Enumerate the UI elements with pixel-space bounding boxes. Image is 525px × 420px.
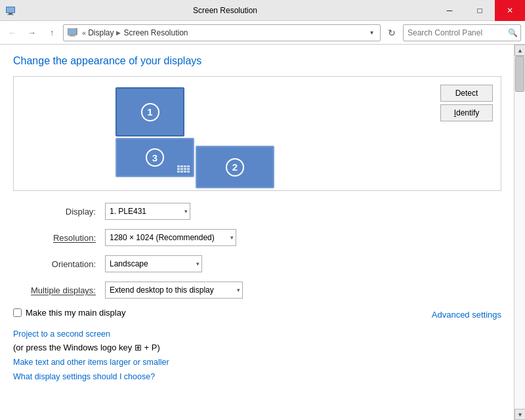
breadcrumb-sep: ▶ <box>116 30 121 36</box>
refresh-button[interactable]: ↻ <box>383 24 400 41</box>
monitor-1-number: 1 <box>141 103 159 121</box>
address-bar: ← → ↑ « Display ▶ Screen Resolution ▾ ↻ … <box>0 21 525 45</box>
monitor-3-number: 3 <box>146 148 164 167</box>
maximize-button[interactable]: □ <box>465 0 495 21</box>
svg-rect-7 <box>69 35 75 36</box>
display-settings-link-row: What display settings should I choose? <box>13 372 501 381</box>
detect-identify-buttons: Detect Identify <box>440 85 493 121</box>
project-link-text: (or press the Windows logo key <box>13 343 135 352</box>
project-to-second-screen-link[interactable]: Project to a second screen <box>13 329 501 339</box>
main-display-checkbox[interactable] <box>13 308 22 317</box>
svg-rect-6 <box>70 35 74 36</box>
forward-button[interactable]: → <box>24 24 41 41</box>
scrollbar: ▲ ▼ <box>514 45 525 420</box>
resolution-row: Resolution: 1280 × 1024 (Recommended) ▾ <box>13 229 501 246</box>
window: Screen Resolution ─ □ ✕ ← → ↑ « Display … <box>0 0 525 420</box>
monitor-area: 1 3 <box>13 76 501 191</box>
window-controls: ─ □ ✕ <box>434 0 525 21</box>
identify-button[interactable]: Identify <box>440 104 493 121</box>
main-content: Change the appearance of your displays 1… <box>0 45 525 420</box>
breadcrumb-dropdown-button[interactable]: ▾ <box>366 25 377 41</box>
display-settings-link[interactable]: What display settings should I choose? <box>13 372 501 381</box>
multiple-displays-row: Multiple displays: Extend desktop to thi… <box>13 282 501 299</box>
monitor-2-number: 2 <box>226 158 244 177</box>
breadcrumb-display-text: Display <box>88 28 114 37</box>
monitor-3[interactable]: 3 <box>116 138 194 177</box>
display-select[interactable]: 1. PLE431 <box>105 203 190 220</box>
scroll-track <box>514 56 525 409</box>
orientation-row: Orientation: Landscape ▾ <box>13 255 501 272</box>
resolution-label: Resolution: <box>13 233 105 243</box>
close-button[interactable]: ✕ <box>495 0 525 21</box>
orientation-select[interactable]: Landscape <box>105 255 202 272</box>
display-icon <box>68 28 79 37</box>
multiple-displays-select[interactable]: Extend desktop to this display <box>105 282 243 299</box>
orientation-select-wrapper: Landscape ▾ <box>105 255 202 272</box>
breadcrumb-current: Screen Resolution <box>123 28 188 37</box>
monitors-container: 1 3 <box>14 77 501 190</box>
svg-rect-3 <box>7 7 14 12</box>
display-label: Display: <box>13 207 105 217</box>
detect-button[interactable]: Detect <box>440 85 493 102</box>
advanced-settings-link[interactable]: Advanced settings <box>432 310 501 320</box>
main-display-row: Make this my main display <box>13 308 125 318</box>
resolution-select-wrapper: 1280 × 1024 (Recommended) ▾ <box>105 229 236 246</box>
display-select-wrapper: 1. PLE431 ▾ <box>105 203 190 220</box>
monitor-1[interactable]: 1 <box>116 87 184 136</box>
text-size-link-row: Make text and other items larger or smal… <box>13 358 501 367</box>
window-title-text: Screen Resolution <box>193 6 257 15</box>
settings-section: Display: 1. PLE431 ▾ Resolution: 1280 × … <box>13 203 501 299</box>
svg-rect-1 <box>9 13 12 14</box>
page-title: Change the appearance of your displays <box>13 55 501 67</box>
title-bar-title: Screen Resolution <box>16 6 434 15</box>
window-icon <box>5 5 16 16</box>
project-link-suffix: + P) <box>144 343 160 352</box>
monitor-2[interactable]: 2 <box>196 146 274 188</box>
up-button[interactable]: ↑ <box>43 24 60 41</box>
search-input[interactable] <box>408 28 508 37</box>
orientation-label: Orientation: <box>13 259 105 269</box>
scroll-down-button[interactable]: ▼ <box>514 409 525 420</box>
multiple-displays-label: Multiple displays: <box>13 285 105 295</box>
resolution-select[interactable]: 1280 × 1024 (Recommended) <box>105 229 236 246</box>
svg-rect-5 <box>68 29 76 34</box>
display-row: Display: 1. PLE431 ▾ <box>13 203 501 220</box>
back-button[interactable]: ← <box>4 24 21 41</box>
text-size-link[interactable]: Make text and other items larger or smal… <box>13 358 501 367</box>
main-display-label: Make this my main display <box>26 308 125 318</box>
project-link-row: Project to a second screen (or press the… <box>13 329 501 352</box>
title-bar-left <box>5 5 16 16</box>
scroll-up-button[interactable]: ▲ <box>514 45 525 56</box>
breadcrumb: « Display ▶ Screen Resolution ▾ <box>63 24 381 41</box>
breadcrumb-display: « <box>82 29 86 37</box>
scroll-thumb[interactable] <box>515 56 524 92</box>
monitor-3-grid <box>177 165 190 173</box>
search-icon: 🔍 <box>508 28 518 37</box>
windows-logo-icon: ⊞ <box>135 343 142 352</box>
search-box: 🔍 <box>403 24 521 41</box>
multiple-displays-select-wrapper: Extend desktop to this display ▾ <box>105 282 243 299</box>
svg-rect-2 <box>7 14 14 15</box>
title-bar: Screen Resolution ─ □ ✕ <box>0 0 525 21</box>
links-section: Project to a second screen (or press the… <box>13 329 501 381</box>
minimize-button[interactable]: ─ <box>434 0 465 21</box>
identify-label: dentify <box>456 108 479 117</box>
